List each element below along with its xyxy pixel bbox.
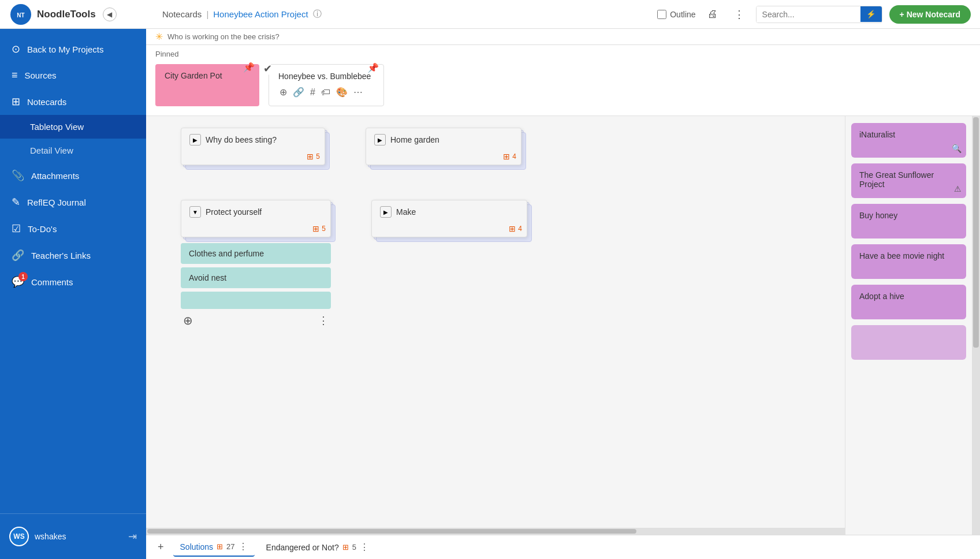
sub-card-nest[interactable]: Avoid nest [181,267,331,288]
right-card-bee-movie[interactable]: Have a bee movie night [851,244,966,279]
search-input[interactable] [757,6,860,23]
notecard-make[interactable]: ▶ Make ⊞ 4 [371,200,527,237]
user-area: WS wshakes ⇥ [0,521,146,552]
notecard-home-garden[interactable]: ▶ Home garden ⊞ 4 [366,128,521,165]
tab-endangered[interactable]: Endangered or Not? ⊞ 5 ⋮ [259,538,376,556]
print-btn[interactable]: 🖨 [703,6,722,23]
notecard-why-bees-title: Why do bees sting? [206,135,277,144]
search-area: ⚡ [756,6,882,23]
sub-header-prompt: Who is working on the bee crisis? [167,32,280,41]
right-card-inaturalist[interactable]: iNaturalist 🔍 [851,123,966,158]
card-group-home-garden: ▶ Home garden ⊞ 4 [366,128,521,165]
links-icon: 🔗 [12,249,24,262]
notecard-make-header: ▶ Make [380,206,519,218]
tab-endangered-count-icon: ⊞ [342,543,349,551]
tab-solutions[interactable]: Solutions ⊞ 27 ⋮ [173,538,255,557]
search-filter-btn[interactable]: ⚡ [860,6,882,22]
add-sub-card-btn[interactable]: ⊕ [183,314,193,327]
card-group-make: ▶ Make ⊞ 4 [371,200,527,237]
right-card-adopt-hive[interactable]: Adopt a hive [851,285,966,319]
pin-icon-1: 📌 [243,62,255,73]
sidebar-item-detail[interactable]: Detail View [0,139,146,162]
card-link-btn[interactable]: 🔗 [292,85,305,99]
h-scrollbar[interactable] [146,528,845,535]
notecard-protect[interactable]: ▼ Protect yourself ⊞ 5 [181,200,331,237]
card-group-protect: ▼ Protect yourself ⊞ 5 Clothes and [181,200,331,329]
canvas-area[interactable]: ▶ Why do bees sting? ⊞ 5 [146,116,845,535]
new-notecard-btn[interactable]: + New Notecard [889,5,971,24]
sidebar-item-notecards[interactable]: ⊞ Notecards [0,88,146,115]
breadcrumb-notecards[interactable]: Notecards [162,9,202,19]
right-card-partial[interactable] [851,325,966,360]
toggle-protect[interactable]: ▼ [189,206,201,218]
card-hash-btn[interactable]: # [309,86,316,99]
sidebar-item-refleq[interactable]: ✎ ReflEQ Journal [0,189,146,215]
notecard-home-garden-title: Home garden [390,135,439,144]
sidebar-comments-label: Comments [31,277,73,287]
count-icon-protect: ⊞ [312,224,319,233]
sidebar-item-sources[interactable]: ≡ Sources [0,62,146,88]
count-icon-garden: ⊞ [503,152,510,161]
sub-card-actions: ⊕ ⋮ [181,312,331,329]
sub-card-partial[interactable] [181,292,331,309]
count-why: 5 [316,152,320,161]
card-layers-btn[interactable]: ⊕ [278,85,288,99]
comments-icon: 💬 1 [12,275,24,288]
v-scrollbar[interactable] [972,116,980,535]
sidebar-item-tabletop[interactable]: Tabletop View [0,115,146,139]
more-btn[interactable]: ⋮ [729,6,749,23]
info-icon[interactable]: ⓘ [313,9,322,20]
todos-icon: ☑ [12,222,21,235]
right-card-sunflower-title: The Great Sunflower Project [859,170,934,189]
card-palette-btn[interactable]: 🎨 [335,85,349,99]
notecards-icon: ⊞ [12,95,20,108]
app-container: NT NoodleTools ◀ Notecards | Honeybee Ac… [0,0,980,559]
count-icon-why: ⊞ [307,152,314,161]
sidebar-refleq-label: ReflEQ Journal [27,197,86,207]
card-tag-btn[interactable]: 🏷 [320,86,331,99]
pinned-card-1-title: City Garden Pot [165,71,222,80]
count-protect: 5 [322,225,326,233]
tab-endangered-more[interactable]: ⋮ [360,542,369,553]
tab-solutions-count-icon: ⊞ [217,542,223,551]
sub-card-clothes[interactable]: Clothes and perfume [181,243,331,264]
tab-solutions-label: Solutions [180,542,214,551]
check-icon: ✔ [263,62,272,75]
sidebar-item-todos[interactable]: ☑ To-Do's [0,215,146,242]
sidebar-item-back[interactable]: ⊙ Back to My Projects [0,36,146,62]
card-more-btn[interactable]: ⋯ [352,85,364,99]
refleq-icon: ✎ [12,196,20,208]
toggle-why-bees[interactable]: ▶ [189,134,201,146]
pin-icon-2: 📌 [367,62,379,73]
logout-btn[interactable]: ⇥ [128,530,137,543]
comments-badge: 1 [18,272,28,281]
outline-label: Outline [670,10,695,19]
logo-icon: NT [9,3,32,26]
sidebar-item-links[interactable]: 🔗 Teacher's Links [0,242,146,269]
user-initials: WS [13,532,24,541]
right-card-buy-honey[interactable]: Buy honey [851,204,966,238]
notecard-why-bees[interactable]: ▶ Why do bees sting? ⊞ 5 [181,128,325,165]
pinned-section: Pinned 📌 City Garden Pot ✔ 📌 Honeybee vs… [146,45,980,116]
count-make: 4 [518,225,522,233]
sidebar-attachments-label: Attachments [31,171,79,181]
v-scrollbar-thumb [973,117,979,348]
add-tab-btn[interactable]: + [153,539,169,556]
outline-checkbox[interactable] [657,10,666,19]
sidebar-item-comments[interactable]: 💬 1 Comments [0,269,146,295]
toggle-make[interactable]: ▶ [380,206,392,218]
tab-solutions-more[interactable]: ⋮ [239,541,248,552]
pinned-card-honeybee[interactable]: ✔ 📌 Honeybee vs. Bumblebee ⊕ 🔗 # 🏷 🎨 ⋯ [269,64,384,106]
sidebar-bottom: WS wshakes ⇥ [0,513,146,559]
sidebar-collapse-btn[interactable]: ◀ [103,8,117,21]
sidebar: ⊙ Back to My Projects ≡ Sources ⊞ Noteca… [0,29,146,559]
sidebar-item-attachments[interactable]: 📎 Attachments [0,162,146,189]
right-card-bee-movie-title: Have a bee movie night [859,251,944,260]
card-group-why-bees: ▶ Why do bees sting? ⊞ 5 [181,128,325,165]
main-area: ⊙ Back to My Projects ≡ Sources ⊞ Noteca… [0,29,980,559]
toggle-home-garden[interactable]: ▶ [374,134,386,146]
right-card-sunflower[interactable]: The Great Sunflower Project ⚠ [851,163,966,198]
sidebar-back-label: Back to My Projects [27,44,104,54]
sub-card-more-btn[interactable]: ⋮ [318,314,329,327]
pinned-card-city-garden[interactable]: 📌 City Garden Pot [155,64,259,106]
